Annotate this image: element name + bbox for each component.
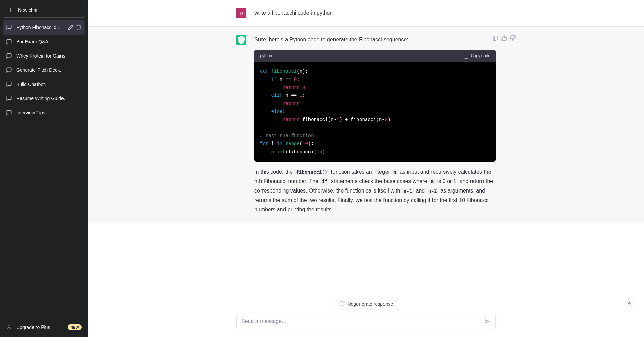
- chat-item-label: Generate Pitch Deck.: [16, 67, 82, 73]
- new-chat-label: New chat: [18, 7, 38, 13]
- code-language: python: [260, 52, 272, 60]
- sidebar-item-3[interactable]: Generate Pitch Deck.: [3, 63, 85, 77]
- chat-item-label: Resume Writing Guide.: [16, 96, 82, 101]
- chat-icon: [6, 39, 12, 45]
- sidebar-footer: Upgrade to Plus NEW: [3, 317, 85, 334]
- message-actions: [492, 35, 516, 41]
- sidebar-item-0[interactable]: Python Fibonacci code.: [3, 20, 85, 35]
- refresh-icon: [339, 301, 345, 307]
- chat-item-label: Bar Exam Q&A: [16, 39, 82, 44]
- user-message: D write a fibonacchi code in python: [88, 0, 644, 26]
- edit-icon[interactable]: [68, 24, 74, 30]
- user-avatar: D: [236, 8, 246, 18]
- trash-icon[interactable]: [76, 24, 82, 30]
- sidebar-item-5[interactable]: Resume Writing Guide.: [3, 91, 85, 106]
- copy-message-icon[interactable]: [492, 35, 498, 41]
- sidebar: New chat Python Fibonacci code. Bar Exam…: [0, 0, 88, 337]
- chat-icon: [6, 53, 12, 59]
- app-root: New chat Python Fibonacci code. Bar Exam…: [0, 0, 644, 337]
- main-panel: D write a fibonacchi code in python Sure…: [88, 0, 644, 337]
- new-badge: NEW: [68, 324, 82, 330]
- copy-code-label: Copy code: [471, 52, 490, 60]
- copy-code-button[interactable]: Copy code: [463, 52, 490, 60]
- chat-item-label: Python Fibonacci code.: [16, 25, 64, 30]
- chat-icon: [6, 110, 12, 116]
- user-icon: [6, 324, 12, 330]
- bottom-bar: Regenerate response: [88, 294, 644, 337]
- chat-item-label: Build Chatbot.: [16, 82, 82, 87]
- new-chat-button[interactable]: New chat: [3, 3, 85, 18]
- svg-rect-3: [465, 54, 468, 58]
- thumbs-up-icon[interactable]: [501, 35, 507, 41]
- code-header: python Copy code: [254, 50, 496, 62]
- chat-icon: [6, 95, 12, 102]
- sidebar-item-4[interactable]: Build Chatbot.: [3, 77, 85, 91]
- sidebar-item-6[interactable]: Interview Tips.: [3, 106, 85, 120]
- clipboard-icon: [463, 53, 469, 59]
- chat-icon: [6, 24, 12, 30]
- plus-icon: [8, 7, 14, 13]
- sidebar-item-2[interactable]: Whey Protein for Gains.: [3, 49, 85, 63]
- thumbs-down-icon[interactable]: [510, 35, 516, 41]
- send-button[interactable]: [485, 318, 491, 324]
- svg-rect-4: [494, 36, 497, 40]
- chat-item-label: Interview Tips.: [16, 110, 82, 115]
- regenerate-wrap: Regenerate response: [88, 298, 644, 310]
- chat-list: Python Fibonacci code. Bar Exam Q&A Whey…: [3, 20, 85, 314]
- assistant-avatar: [236, 35, 246, 45]
- user-message-text: write a fibonacchi code in python: [254, 8, 496, 18]
- chat-icon: [6, 81, 12, 87]
- upgrade-button[interactable]: Upgrade to Plus NEW: [3, 320, 85, 334]
- chat-icon: [6, 67, 12, 73]
- message-input[interactable]: [241, 318, 485, 324]
- code-body: def fibonacci(n): if n == 0: return 0 el…: [254, 62, 496, 162]
- assistant-message: Sure, here's a Python code to generate t…: [88, 26, 644, 223]
- chat-item-label: Whey Protein for Gains.: [16, 53, 82, 59]
- input-wrap: [88, 314, 644, 329]
- message-input-box: [236, 314, 496, 329]
- assistant-content: Sure, here's a Python code to generate t…: [254, 35, 496, 215]
- code-block: python Copy code def fibonacci(n): if n …: [254, 50, 496, 162]
- assistant-intro: Sure, here's a Python code to generate t…: [254, 35, 496, 44]
- regenerate-label: Regenerate response: [348, 301, 393, 307]
- upgrade-label: Upgrade to Plus: [16, 324, 50, 330]
- conversation-thread[interactable]: D write a fibonacchi code in python Sure…: [88, 0, 644, 294]
- scroll-down-button[interactable]: [625, 298, 634, 307]
- svg-point-2: [8, 325, 10, 327]
- sidebar-item-1[interactable]: Bar Exam Q&A: [3, 35, 85, 49]
- assistant-explanation: In this code, the fibonacci() function t…: [254, 167, 496, 215]
- regenerate-button[interactable]: Regenerate response: [334, 298, 398, 310]
